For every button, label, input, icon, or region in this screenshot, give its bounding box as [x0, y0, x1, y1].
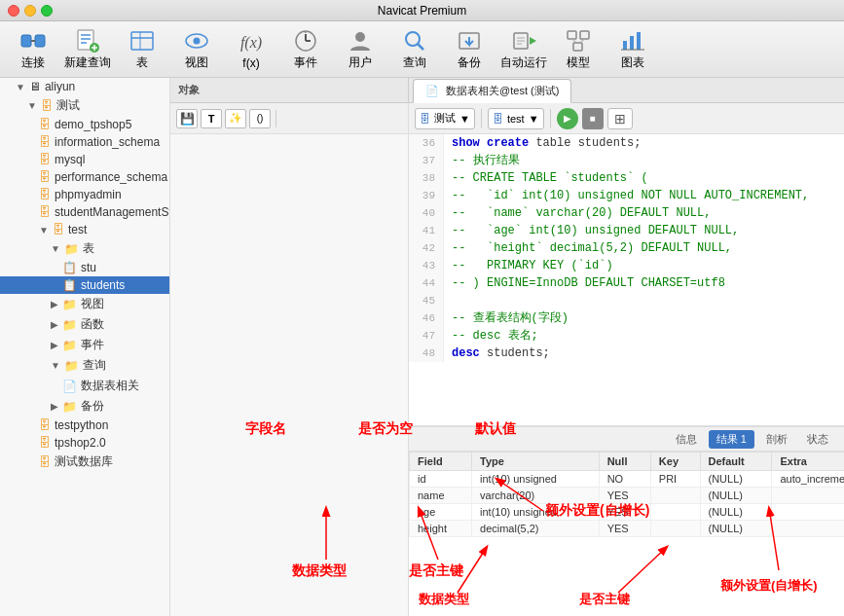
sidebar: ▼ 🖥 aliyun ▼ 🗄 测试 🗄 demo_tpshop5 🗄 infor… — [0, 78, 170, 616]
sidebar-item-label: demo_tpshop5 — [55, 118, 131, 131]
svg-point-20 — [406, 32, 420, 46]
sidebar-item-test[interactable]: ▼ 🗄 test — [0, 221, 169, 238]
line-number: 44 — [409, 274, 444, 292]
arrow-icon: ▶ — [51, 319, 58, 330]
toolbar-item-chart[interactable]: 图表 — [607, 26, 658, 73]
db-icon: 🗄 — [41, 99, 53, 113]
paren-obj-btn[interactable]: () — [249, 109, 271, 128]
event-label: 事件 — [294, 54, 317, 71]
svg-line-39 — [618, 547, 667, 593]
query-tab[interactable]: 📄 数据表相关@test (测试) — [413, 79, 571, 103]
sidebar-item-label: stu — [81, 261, 96, 274]
sidebar-item-tpshop2[interactable]: 🗄 tpshop2.0 — [0, 434, 169, 452]
sidebar-item-data-related[interactable]: 📄 数据表相关 — [0, 376, 169, 396]
sidebar-item-tables-folder[interactable]: ▼ 📁 表 — [0, 238, 169, 259]
sidebar-item-perf-schema[interactable]: 🗄 performance_schema — [0, 168, 169, 186]
svg-rect-29 — [568, 31, 576, 39]
sidebar-item-mysql[interactable]: 🗄 mysql — [0, 151, 169, 168]
toolbar-item-user[interactable]: 用户 — [335, 26, 385, 73]
code-line-44: 44 -- ) ENGINE=InnoDB DEFAULT CHARSET=ut… — [409, 274, 844, 292]
function-label: f(x) — [242, 56, 259, 70]
db-icon: 🗄 — [39, 170, 51, 184]
line-number: 40 — [409, 204, 444, 222]
sidebar-item-label: testpython — [55, 418, 108, 432]
toolbar-item-autorun[interactable]: 自动运行 — [498, 26, 549, 73]
toolbar-item-view[interactable]: 视图 — [171, 26, 222, 73]
close-button[interactable] — [8, 5, 19, 17]
folder-icon: 📁 — [62, 339, 77, 352]
grid-button[interactable]: ⊞ — [607, 108, 633, 129]
results-tab-bar: 字段名 是否为空 默认值 信息 结果 1 剖析 状态 — [409, 426, 844, 452]
results-area: 字段名 是否为空 默认值 信息 结果 1 剖析 状态 — [409, 426, 844, 616]
results-tab-result1[interactable]: 结果 1 — [709, 430, 754, 449]
sidebar-item-aliyun[interactable]: ▼ 🖥 aliyun — [0, 78, 169, 95]
code-line-47: 47 -- desc 表名; — [409, 327, 844, 344]
toolbar-item-backup[interactable]: 备份 — [444, 26, 495, 73]
table-cell-field: height — [410, 521, 472, 537]
db-selector-value: 测试 — [434, 111, 456, 126]
table-cell-field: age — [410, 504, 472, 521]
toolbar-item-model[interactable]: 模型 — [553, 26, 604, 73]
sidebar-item-backup-folder[interactable]: ▶ 📁 备份 — [0, 396, 169, 417]
sidebar-item-label: 测试数据库 — [55, 453, 113, 470]
sidebar-item-events-folder[interactable]: ▶ 📁 事件 — [0, 335, 169, 355]
line-number: 38 — [409, 169, 444, 187]
sidebar-item-testpython[interactable]: 🗄 testpython — [0, 417, 169, 434]
db-icon: 🗄 — [39, 418, 51, 432]
code-line-46: 46 -- 查看表结构(字段) — [409, 309, 844, 327]
table-cell-default: (NULL) — [700, 488, 772, 504]
sidebar-item-stu[interactable]: 📋 stu — [0, 259, 169, 276]
stop-button[interactable]: ■ — [582, 108, 604, 129]
svg-rect-36 — [637, 32, 641, 50]
text-obj-btn[interactable]: T — [201, 109, 222, 128]
toolbar-item-table[interactable]: 表 — [117, 26, 167, 73]
toolbar-item-event[interactable]: 事件 — [280, 26, 331, 73]
col-field: Field — [410, 453, 472, 471]
save-obj-btn[interactable]: 💾 — [176, 109, 198, 128]
sidebar-item-demo[interactable]: 🗄 demo_tpshop5 — [0, 116, 169, 133]
sidebar-item-queries-folder[interactable]: ▼ 📁 查询 — [0, 355, 169, 376]
table-row: namevarchar(20)YES(NULL) — [410, 488, 845, 504]
sidebar-item-sms[interactable]: 🗄 studentManagementSystem — [0, 203, 169, 221]
minimize-button[interactable] — [24, 5, 36, 17]
line-number: 39 — [409, 187, 444, 204]
toolbar-item-new-query[interactable]: 新建查询 — [62, 26, 113, 73]
chevron-down-icon: ▼ — [459, 113, 470, 125]
db-selector[interactable]: 🗄 测试 ▼ — [415, 108, 475, 129]
toolbar-item-query[interactable]: 查询 — [389, 26, 440, 73]
toolbar-item-function[interactable]: f(x) f(x) — [226, 26, 276, 73]
annotation-extra: 额外设置(自增长) — [720, 577, 818, 595]
table-icon: 📋 — [62, 278, 77, 292]
sidebar-item-ceshi[interactable]: ▼ 🗄 测试 — [0, 95, 169, 116]
connection-icon: 🖥 — [29, 80, 41, 93]
svg-rect-0 — [21, 35, 31, 47]
code-editor[interactable]: 36 show create table students; 37 -- 执行结… — [409, 134, 844, 426]
results-tab-info[interactable]: 信息 — [668, 430, 705, 449]
arrow-icon: ▼ — [27, 100, 37, 111]
maximize-button[interactable] — [41, 5, 53, 17]
sidebar-item-views-folder[interactable]: ▶ 📁 视图 — [0, 294, 169, 314]
results-table-container[interactable]: Field Type Null Key Default Extra idint(… — [409, 452, 844, 616]
code-line-38: 38 -- CREATE TABLE `students` ( — [409, 169, 844, 187]
sidebar-item-students[interactable]: 📋 students — [0, 276, 169, 294]
sidebar-item-functions-folder[interactable]: ▶ 📁 函数 — [0, 314, 169, 335]
sidebar-item-phpmyadmin[interactable]: 🗄 phpmyadmin — [0, 186, 169, 203]
sidebar-item-test-db[interactable]: 🗄 测试数据库 — [0, 452, 169, 472]
traffic-lights — [8, 5, 53, 17]
folder-icon: 📁 — [62, 298, 77, 311]
line-number: 42 — [409, 239, 444, 257]
query-label: 查询 — [403, 54, 426, 71]
results-tab-profiling[interactable]: 剖析 — [758, 430, 795, 449]
autorun-label: 自动运行 — [500, 54, 547, 71]
sidebar-item-info-schema[interactable]: 🗄 information_schema — [0, 133, 169, 151]
run-button[interactable]: ▶ — [557, 108, 578, 129]
app-title: Navicat Premium — [378, 4, 466, 18]
toolbar-item-connect[interactable]: 连接 — [8, 26, 58, 73]
results-tab-status[interactable]: 状态 — [799, 430, 836, 449]
arrow-icon: ▼ — [39, 225, 49, 236]
line-content — [444, 292, 452, 309]
sidebar-item-label: information_schema — [55, 135, 160, 149]
table-cell-key — [650, 521, 700, 537]
magic-obj-btn[interactable]: ✨ — [225, 109, 246, 128]
db2-selector[interactable]: 🗄 test ▼ — [488, 108, 544, 129]
